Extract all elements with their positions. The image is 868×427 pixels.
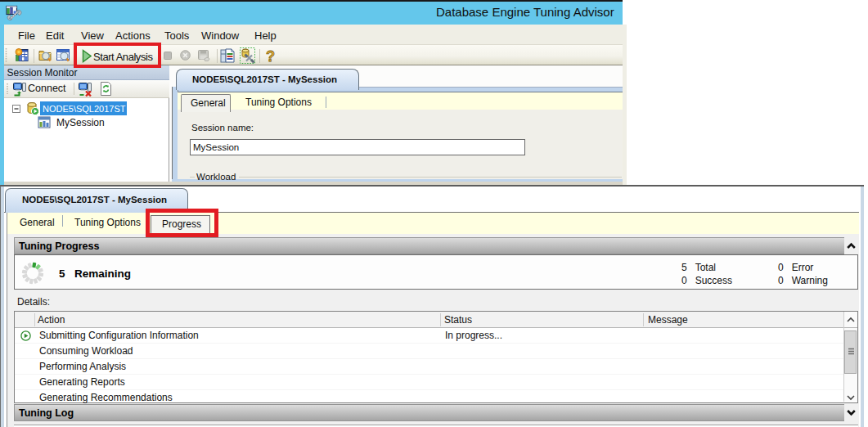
- svg-text:?: ?: [266, 49, 275, 65]
